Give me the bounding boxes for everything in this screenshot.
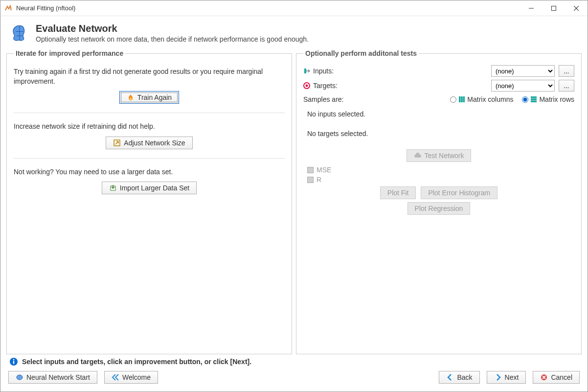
divider	[14, 158, 285, 159]
targets-icon	[303, 82, 310, 89]
welcome-button[interactable]: Welcome	[104, 371, 158, 384]
back-button[interactable]: Back	[439, 371, 479, 384]
back-label: Back	[457, 373, 472, 381]
matrix-rows-radio[interactable]: Matrix rows	[522, 95, 574, 103]
iterate-panel: Iterate for improved performance Try tra…	[6, 49, 292, 354]
page-title: Evaluate Network	[36, 23, 309, 34]
tests-legend: Optionally perform additonal tests	[303, 49, 419, 57]
cancel-icon	[540, 373, 548, 381]
cloud-icon	[414, 152, 422, 160]
no-targets-status: No targets selected.	[307, 130, 574, 138]
nn-start-label: Neural Network Start	[26, 373, 90, 381]
next-label: Next	[505, 373, 519, 381]
welcome-label: Welcome	[122, 373, 151, 381]
columns-icon	[458, 96, 465, 103]
test-network-button[interactable]: Test Network	[407, 149, 472, 162]
resize-icon	[113, 139, 121, 147]
matrix-columns-radio[interactable]: Matrix columns	[450, 95, 513, 103]
import-larger-dataset-button[interactable]: Import Larger Data Set	[102, 182, 197, 194]
train-again-text: Try training again if a first try did no…	[14, 67, 285, 86]
plot-fit-button[interactable]: Plot Fit	[380, 186, 416, 199]
targets-browse-button[interactable]: ...	[559, 80, 574, 92]
additional-tests-panel: Optionally perform additonal tests Input…	[296, 49, 582, 354]
maximize-button[interactable]	[543, 0, 565, 16]
svg-rect-13	[531, 101, 537, 103]
iterate-legend: Iterate for improved performance	[14, 49, 125, 57]
rows-icon	[530, 96, 537, 103]
svg-rect-11	[531, 96, 537, 98]
cancel-label: Cancel	[551, 373, 572, 381]
flame-icon	[127, 93, 135, 101]
window-title: Neural Fitting (nftool)	[16, 4, 520, 12]
svg-rect-5	[304, 69, 306, 73]
inputs-label: Inputs:	[313, 67, 334, 75]
footer-info: Select inputs and targets, click an impr…	[3, 354, 585, 367]
train-again-button[interactable]: Train Again	[119, 91, 179, 104]
svg-rect-12	[531, 98, 537, 100]
cancel-button[interactable]: Cancel	[533, 371, 580, 384]
info-icon	[9, 357, 18, 366]
bottom-toolbar: Neural Network Start Welcome Back Next C…	[3, 367, 585, 389]
svg-point-7	[306, 85, 308, 87]
svg-point-15	[13, 359, 15, 361]
import-text: Not working? You may need to use a large…	[14, 167, 285, 177]
svg-rect-16	[13, 361, 14, 364]
adjust-network-label: Adjust Network Size	[124, 139, 185, 147]
samples-label: Samples are:	[303, 95, 343, 103]
matlab-icon	[4, 4, 12, 12]
back-arrow-icon	[446, 373, 454, 381]
import-icon	[109, 184, 117, 192]
rewind-icon	[112, 373, 119, 381]
close-button[interactable]	[565, 0, 588, 16]
adjust-network-size-button[interactable]: Adjust Network Size	[106, 137, 192, 149]
plot-error-histogram-button[interactable]: Plot Error Histogram	[421, 186, 498, 199]
page-subtitle: Optionally test network on more data, th…	[36, 35, 309, 43]
no-inputs-status: No inputs selected.	[307, 110, 574, 118]
mse-checkbox: MSE	[307, 166, 570, 174]
r-checkbox: R	[307, 176, 570, 184]
svg-rect-9	[461, 96, 463, 102]
train-again-label: Train Again	[137, 93, 172, 101]
adjust-text: Increase network size if retraining did …	[14, 122, 285, 132]
inputs-browse-button[interactable]: ...	[559, 65, 574, 77]
svg-point-17	[17, 375, 23, 380]
import-larger-label: Import Larger Data Set	[120, 184, 189, 192]
titlebar: Neural Fitting (nftool)	[0, 0, 588, 16]
neural-network-start-button[interactable]: Neural Network Start	[8, 371, 97, 384]
page-header: Evaluate Network Optionally test network…	[3, 19, 585, 49]
next-button[interactable]: Next	[487, 371, 526, 384]
svg-rect-8	[459, 96, 461, 102]
plot-regression-button[interactable]: Plot Regression	[407, 202, 471, 215]
brain-icon	[9, 23, 30, 44]
targets-dropdown[interactable]: (none)	[491, 80, 555, 92]
divider	[14, 113, 285, 113]
brain-small-icon	[16, 373, 23, 381]
inputs-dropdown[interactable]: (none)	[491, 65, 555, 77]
test-network-label: Test Network	[425, 152, 464, 160]
svg-rect-1	[552, 6, 556, 10]
svg-rect-10	[463, 96, 465, 102]
next-arrow-icon	[494, 373, 502, 381]
footer-info-text: Select inputs and targets, click an impr…	[22, 358, 251, 366]
minimize-button[interactable]	[520, 0, 543, 16]
inputs-icon	[303, 68, 310, 74]
targets-label: Targets:	[313, 82, 338, 90]
